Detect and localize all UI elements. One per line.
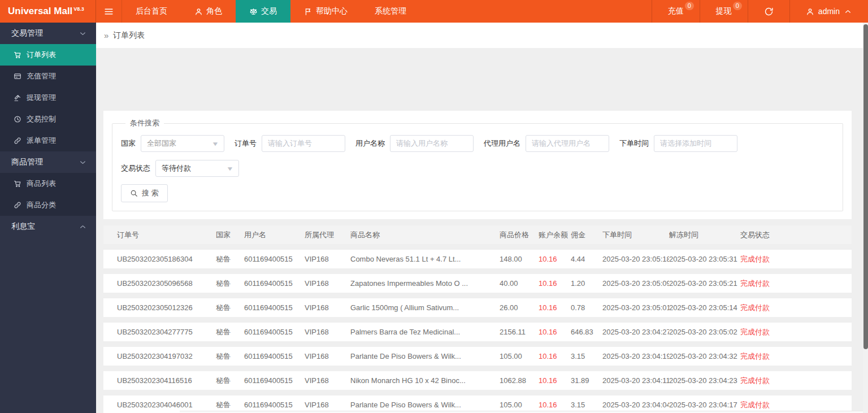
cell-5: 148.00 [500, 255, 539, 263]
hamburger-icon [104, 7, 114, 16]
cell-6: 10.16 [539, 401, 571, 409]
search-field-country-label: 国家 [121, 138, 136, 149]
horizontal-scrollbar[interactable] [180, 411, 868, 413]
order-no-input[interactable]: 请输入订单号 [262, 135, 345, 152]
clock-icon [14, 115, 21, 123]
cell-2: 601169400515 [244, 376, 305, 385]
person-icon [806, 7, 814, 16]
cell-5: 40.00 [500, 279, 539, 288]
cell-0: UB2503202305096568 [117, 279, 216, 288]
refresh-button[interactable] [748, 0, 789, 23]
cell-0: UB2503202304046001 [117, 401, 216, 409]
cell-0: UB2503202305012326 [117, 303, 216, 312]
table-body: UB2503202305186304秘鲁601169400515VIP168Co… [103, 250, 852, 413]
cell-1: 秘鲁 [216, 351, 244, 362]
cell-3: VIP168 [305, 303, 350, 312]
search-field-order-no: 订单号请输入订单号 [235, 135, 345, 152]
breadcrumb: » 订单列表 [96, 23, 868, 48]
search-field-trade-status: 交易状态等待付款▼ [121, 160, 239, 177]
sidebar-group-goods-manage-label: 商品管理 [11, 157, 43, 167]
sidebar-item-trade-control-label: 交易控制 [27, 114, 56, 124]
country-selected-value: 全部国家 [147, 138, 212, 149]
sidebar-item-trade-control[interactable]: 交易控制 [0, 108, 96, 130]
vertical-scrollbar-thumb[interactable] [863, 24, 868, 349]
topnav-trade[interactable]: 交易 [236, 0, 290, 23]
search-fields: 国家全部国家▼订单号请输入订单号用户名称请输入用户名称代理用户名请输入代理用户名… [121, 135, 834, 177]
agent-username-placeholder: 请输入代理用户名 [532, 138, 591, 149]
refresh-icon [764, 7, 774, 16]
top-navigation: 后台首页角色交易帮助中心系统管理 [122, 0, 420, 23]
cell-1: 秘鲁 [216, 279, 244, 289]
cell-9: 2025-03-20 23:04:23 [669, 376, 740, 385]
topnav-roles[interactable]: 角色 [181, 0, 236, 23]
cell-6: 10.16 [539, 279, 571, 288]
cell-2: 601169400515 [244, 328, 305, 336]
search-legend: 条件搜索 [125, 118, 164, 128]
cell-9: 2025-03-20 23:05:14 [669, 303, 740, 312]
sidebar-item-order-list[interactable]: 订单列表 [0, 44, 96, 66]
cell-5: 2156.11 [500, 328, 539, 336]
cell-3: VIP168 [305, 401, 350, 409]
cell-7: 646.83 [571, 328, 602, 336]
topnav-home[interactable]: 后台首页 [122, 0, 181, 23]
sidebar-item-goods-list[interactable]: 商品列表 [0, 173, 96, 194]
topnav-help-label: 帮助中心 [316, 6, 348, 16]
username-input[interactable]: 请输入用户名称 [390, 135, 474, 152]
cell-0: UB2503202304277775 [117, 328, 216, 336]
flag-icon [304, 7, 313, 16]
caret-down-icon: ▼ [211, 141, 219, 147]
order-time-input[interactable]: 请选择添加时间 [654, 135, 737, 152]
table-header: 订单号国家用户名所属代理商品名称商品价格账户余额佣金下单时间解冻时间交易状态 [103, 225, 852, 244]
sidebar-group-trade-manage-label: 交易管理 [11, 28, 43, 38]
table-row: UB2503202304277775秘鲁601169400515VIP168Pa… [103, 323, 852, 341]
topnav-help[interactable]: 帮助中心 [290, 0, 361, 23]
recharge-button[interactable]: 充值0 [652, 0, 700, 23]
column-header-10: 交易状态 [740, 230, 838, 240]
cell-2: 601169400515 [244, 279, 305, 288]
content: 条件搜索 国家全部国家▼订单号请输入订单号用户名称请输入用户名称代理用户名请输入… [96, 48, 868, 413]
brand-logo: Universal Mall V8.3 [0, 0, 96, 23]
country-select[interactable]: 全部国家▼ [141, 135, 224, 152]
order-time-placeholder: 请选择添加时间 [660, 138, 711, 149]
cell-8: 2025-03-20 23:04:19 [602, 352, 669, 360]
breadcrumb-label: 订单列表 [113, 31, 145, 41]
vertical-scrollbar[interactable] [863, 23, 868, 413]
cell-10: 完成付款 [740, 400, 838, 410]
sidebar-item-withdraw-manage[interactable]: 提现管理 [0, 87, 96, 108]
topnav-trade-label: 交易 [261, 6, 277, 16]
cell-1: 秘鲁 [216, 327, 244, 337]
sidebar-item-goods-category[interactable]: 商品分类 [0, 194, 96, 216]
cell-8: 2025-03-20 23:05:09 [602, 279, 669, 288]
cell-7: 3.15 [571, 401, 602, 409]
menu-toggle-button[interactable] [96, 0, 122, 23]
cell-10: 完成付款 [740, 279, 838, 289]
user-menu[interactable]: admin [789, 0, 868, 23]
agent-username-input[interactable]: 请输入代理用户名 [526, 135, 609, 152]
sidebar-group-trade-manage[interactable]: 交易管理 [0, 23, 96, 44]
cell-9: 2025-03-20 23:05:31 [669, 255, 740, 263]
recharge-label: 充值 [668, 6, 684, 16]
sidebar-item-goods-list-label: 商品列表 [27, 179, 56, 189]
search-field-trade-status-label: 交易状态 [121, 163, 150, 173]
sidebar-item-recharge-manage[interactable]: 充值管理 [0, 66, 96, 87]
cell-0: UB2503202304197032 [117, 352, 216, 360]
cell-1: 秘鲁 [216, 303, 244, 313]
withdraw-button[interactable]: 提现0 [700, 0, 748, 23]
cell-4: Combo Neveras 51.1 Lt + 4.7 Lt... [350, 255, 500, 263]
cell-1: 秘鲁 [216, 254, 244, 264]
sidebar-item-dispatch-manage[interactable]: 派单管理 [0, 130, 96, 151]
cell-3: VIP168 [305, 279, 350, 288]
trade-status-select[interactable]: 等待付款▼ [155, 160, 239, 177]
sidebar-group-goods-manage[interactable]: 商品管理 [0, 151, 96, 173]
withdraw-count-badge: 0 [733, 2, 742, 10]
search-button[interactable]: 搜 索 [121, 184, 168, 202]
cell-3: VIP168 [305, 328, 350, 336]
link-icon [14, 137, 21, 145]
cell-6: 10.16 [539, 376, 571, 385]
sidebar-group-interest-treasure[interactable]: 利息宝 [0, 216, 96, 237]
column-header-4: 商品名称 [350, 230, 500, 240]
cell-9: 2025-03-20 23:04:32 [669, 352, 740, 360]
chevron-up-icon [844, 7, 852, 16]
cell-4: Zapatones Impermeables Moto O ... [350, 279, 500, 288]
topnav-system[interactable]: 系统管理 [361, 0, 420, 23]
